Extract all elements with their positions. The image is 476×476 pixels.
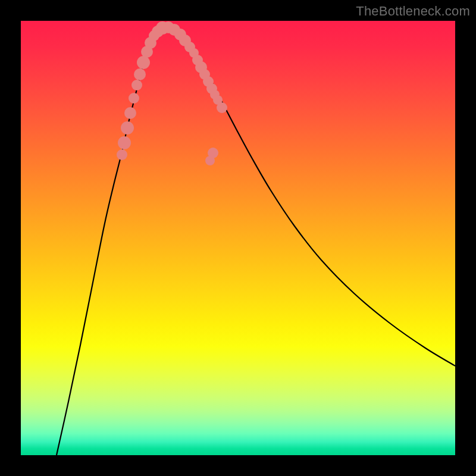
data-dot [124, 107, 136, 119]
data-dot [217, 102, 227, 113]
dot-cluster [117, 21, 227, 165]
data-dot [134, 68, 146, 80]
watermark-text: TheBottleneck.com [356, 4, 470, 19]
data-dot [137, 56, 150, 69]
bottleneck-curve [57, 27, 455, 455]
data-dot [129, 93, 139, 104]
outer-frame: TheBottleneck.com [0, 0, 476, 476]
data-dot [131, 80, 142, 90]
plot-area [21, 21, 455, 455]
data-dot [208, 148, 218, 158]
data-dot [121, 121, 134, 134]
chart-svg [21, 21, 455, 455]
data-dot [117, 149, 127, 160]
data-dot [118, 136, 131, 149]
